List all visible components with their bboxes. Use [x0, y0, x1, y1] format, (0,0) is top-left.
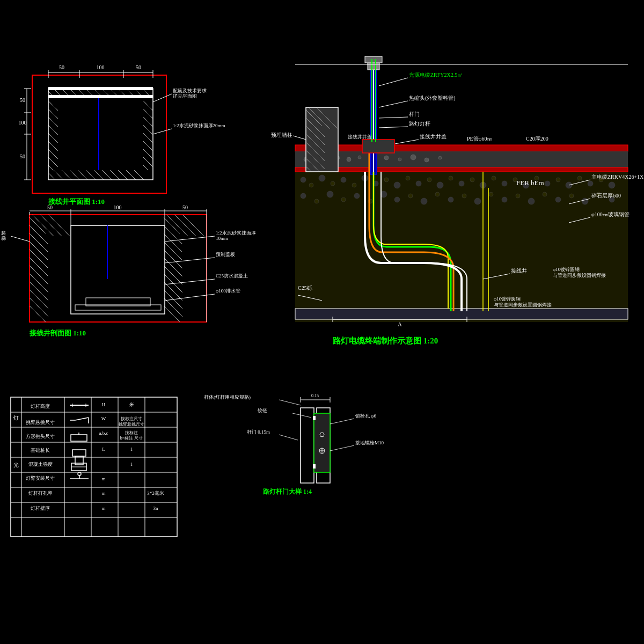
svg-text:碎石层厚600: 碎石层厚600 [591, 193, 621, 199]
plan-title: 接线井平面图 1:10 [48, 197, 105, 206]
svg-text:方形抱头尺寸: 方形抱头尺寸 [26, 434, 55, 439]
svg-text:杆门: 杆门 [408, 111, 420, 117]
svg-point-201 [516, 194, 520, 198]
section-title: 接线井剖面图 1:10 [29, 329, 86, 337]
svg-point-145 [358, 156, 361, 159]
svg-point-181 [577, 176, 582, 180]
svg-point-178 [545, 181, 550, 186]
svg-text:50: 50 [20, 97, 25, 103]
svg-text:50: 50 [182, 204, 188, 210]
svg-rect-322 [314, 413, 330, 472]
svg-text:1: 1 [130, 447, 133, 452]
svg-text:接地螺栓M10: 接地螺栓M10 [355, 440, 384, 445]
svg-text:50: 50 [47, 204, 53, 210]
svg-text:3n: 3n [153, 506, 159, 511]
svg-text:爬: 爬 [1, 230, 6, 236]
svg-text:热缩头(外套塑料管): 热缩头(外套塑料管) [409, 95, 456, 101]
svg-text:接线井井盖: 接线井井盖 [420, 134, 447, 140]
svg-text:铰链: 铰链 [257, 408, 267, 413]
svg-text:1:2水泥砂浆抹面厚: 1:2水泥砂浆抹面厚 [216, 230, 256, 236]
svg-text:与管道同步敷设圆钢焊接: 与管道同步敷设圆钢焊接 [553, 273, 606, 278]
svg-rect-152 [295, 167, 628, 172]
svg-point-198 [474, 198, 481, 204]
main-canvas: 50 100 50 50 100 50 配筋及技术要求 详见平面图 1:2水泥砂… [0, 0, 644, 644]
svg-text:灯臂安装尺寸: 灯臂安装尺寸 [26, 475, 55, 481]
svg-text:FER bEm: FER bEm [516, 179, 544, 187]
svg-point-168 [437, 182, 443, 188]
svg-text:H: H [102, 402, 106, 407]
svg-point-205 [569, 194, 574, 198]
svg-text:详见平面图: 详见平面图 [173, 93, 197, 99]
svg-text:A: A [398, 321, 402, 327]
svg-text:W: W [101, 416, 106, 421]
svg-point-155 [301, 177, 306, 182]
svg-text:按标注: 按标注 [125, 430, 138, 435]
svg-text:接线井: 接线井 [511, 268, 527, 274]
svg-text:锁栓孔 φ6: 锁栓孔 φ6 [355, 413, 376, 419]
svg-point-200 [502, 197, 507, 202]
svg-text:φ10镀锌圆钢: φ10镀锌圆钢 [494, 296, 521, 302]
svg-rect-137 [295, 145, 628, 151]
svg-point-156 [309, 183, 313, 187]
svg-point-182 [588, 181, 593, 186]
svg-point-199 [489, 192, 493, 196]
svg-text:10mm: 10mm [216, 236, 228, 241]
svg-point-195 [435, 192, 440, 196]
svg-point-193 [408, 194, 413, 198]
svg-text:3*2毫米: 3*2毫米 [147, 491, 164, 496]
svg-text:1: 1 [130, 462, 133, 467]
svg-point-169 [449, 176, 453, 180]
svg-text:φ100排水管: φ100排水管 [216, 288, 240, 294]
svg-point-150 [425, 158, 429, 162]
svg-text:a,b,c: a,b,c [99, 430, 108, 436]
svg-rect-231 [362, 140, 394, 153]
svg-point-148 [398, 158, 401, 161]
svg-point-186 [314, 199, 319, 203]
svg-text:m: m [101, 476, 105, 481]
svg-point-171 [470, 178, 474, 182]
svg-point-192 [394, 197, 400, 202]
svg-text:挑臂悬挑尺寸: 挑臂悬挑尺寸 [26, 420, 55, 425]
svg-point-189 [354, 193, 360, 199]
svg-point-174 [502, 181, 507, 186]
svg-text:挑臂悬挑尺寸: 挑臂悬挑尺寸 [119, 422, 144, 427]
svg-text:梯: 梯 [1, 236, 6, 241]
svg-text:路灯灯杆: 路灯灯杆 [409, 121, 430, 127]
svg-text:φ100㎜玻璃钢管: φ100㎜玻璃钢管 [591, 211, 630, 217]
svg-text:L: L [102, 447, 105, 452]
svg-point-179 [556, 178, 560, 182]
svg-text:主电缆ZRKV4X26+1X16㎡: 主电缆ZRKV4X26+1X16㎡ [591, 174, 644, 180]
svg-text:与管道同步敷设置圆钢焊接: 与管道同步敷设置圆钢焊接 [494, 302, 552, 308]
svg-text:预制盖板: 预制盖板 [216, 252, 235, 257]
svg-text:50: 50 [136, 64, 141, 70]
svg-rect-210 [306, 107, 338, 172]
svg-text:50: 50 [20, 153, 25, 159]
svg-text:50: 50 [59, 64, 64, 70]
svg-point-159 [341, 177, 346, 182]
svg-text:灯杆打孔率: 灯杆打孔率 [28, 491, 53, 496]
svg-point-170 [459, 181, 464, 186]
svg-text:预埋墙柱: 预埋墙柱 [271, 132, 292, 138]
svg-text:米: 米 [129, 402, 134, 407]
svg-text:1:2水泥砂浆抹面厚20mm: 1:2水泥砂浆抹面厚20mm [173, 123, 225, 128]
svg-text:PE管φ60㎜: PE管φ60㎜ [467, 136, 492, 142]
svg-text:C20厚200: C20厚200 [526, 136, 548, 142]
svg-point-173 [492, 176, 496, 180]
svg-text:按标注尺寸: 按标注尺寸 [121, 416, 142, 421]
svg-point-187 [327, 191, 333, 197]
svg-text:m: m [101, 506, 105, 511]
svg-point-151 [438, 156, 442, 159]
svg-text:C25砾: C25砾 [298, 285, 312, 291]
svg-point-196 [448, 197, 453, 202]
svg-rect-328 [313, 464, 316, 469]
svg-text:b=标注 尺寸: b=标注 尺寸 [120, 436, 143, 441]
svg-text:φ10镀锌圆钢: φ10镀锌圆钢 [553, 267, 580, 272]
main-diagram-title: 路灯电缆终端制作示意图 1:20 [333, 336, 438, 345]
drawing-canvas: 50 100 50 50 100 50 配筋及技术要求 详见平面图 1:2水泥砂… [0, 0, 644, 644]
svg-text:基础桩长: 基础桩长 [31, 448, 50, 453]
svg-point-167 [427, 178, 431, 182]
svg-text:100: 100 [114, 204, 122, 210]
svg-text:光: 光 [13, 462, 19, 468]
svg-text:m: m [101, 491, 105, 496]
svg-rect-230 [365, 56, 382, 63]
